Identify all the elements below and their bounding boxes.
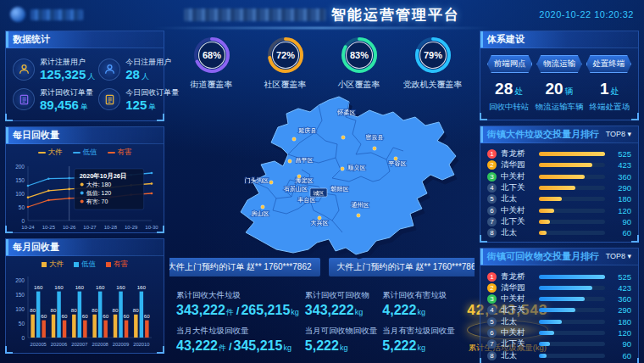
system-tab[interactable]: 物流运输 bbox=[536, 55, 581, 73]
district-label: 房山区 bbox=[252, 210, 269, 216]
legend-item: 低值 bbox=[73, 148, 97, 158]
district-label: 门头沟区 bbox=[245, 177, 269, 184]
svg-text:202009: 202009 bbox=[113, 342, 129, 347]
svg-text:0: 0 bbox=[21, 218, 25, 224]
system-stat: 1处 终端处置场 bbox=[585, 80, 635, 113]
svg-text:150: 150 bbox=[15, 177, 25, 183]
rank-value: 525 bbox=[609, 149, 631, 159]
coverage-gauge: 72% 社区覆盖率 bbox=[248, 36, 322, 90]
rank-value: 423 bbox=[609, 283, 631, 293]
datetime-display: 2020-10-22 10:20:32 bbox=[539, 9, 634, 20]
coverage-gauge: 68% 街道覆盖率 bbox=[175, 36, 248, 90]
svg-text:160: 160 bbox=[34, 284, 43, 290]
gauge-label: 街道覆盖率 bbox=[175, 79, 248, 91]
order-icon bbox=[19, 94, 30, 105]
ranking-row: 5 北太 180 bbox=[487, 316, 631, 327]
district-label: 石景山区 bbox=[284, 186, 308, 193]
ranking-row: 1 青龙桥 525 bbox=[487, 271, 631, 282]
left-column: 数据统计 累计注册用户 125,325人 今日注册用户 28人 累计回收订单量 … bbox=[5, 31, 164, 363]
district-label: 平谷区 bbox=[389, 160, 407, 167]
svg-text:202008: 202008 bbox=[92, 342, 108, 347]
ranking-list-bulky: 1 青龙桥 525 2 清华园 423 3 中关村 360 4 北下关 bbox=[480, 143, 638, 242]
beijing-districts-map[interactable]: 延庆县怀柔区密云县昌平区顺义区平谷区门头沟区海淀区石景山区朝阳区丰台区通州区房山… bbox=[237, 92, 462, 257]
stat-value: 89,456单 bbox=[40, 98, 93, 113]
rank-badge: 7 bbox=[487, 217, 497, 226]
site-dot bbox=[357, 214, 360, 217]
legend-item: 大件 bbox=[38, 148, 63, 158]
summary-cell: 累计回收可回收物343,222kg bbox=[305, 290, 378, 319]
rank-badge: 5 bbox=[487, 194, 497, 204]
rank-name: 北下关 bbox=[501, 216, 535, 227]
panel-title-daily: 每日回收量 bbox=[6, 127, 164, 144]
ranking-row: 3 中关村 360 bbox=[487, 293, 631, 304]
ranking-row: 3 中关村 360 bbox=[487, 171, 631, 182]
legend-item: 有害 bbox=[108, 148, 132, 158]
svg-text:大件: 180: 大件: 180 bbox=[86, 182, 112, 188]
site-dot bbox=[318, 216, 321, 220]
svg-text:100: 100 bbox=[15, 306, 25, 312]
svg-text:80: 80 bbox=[71, 307, 77, 313]
svg-text:68%: 68% bbox=[202, 50, 220, 60]
svg-text:10-27: 10-27 bbox=[83, 225, 97, 230]
top8-dropdown[interactable]: TOP8 ▾ bbox=[606, 249, 631, 265]
rank-name: 中关村 bbox=[501, 171, 535, 182]
svg-text:160: 160 bbox=[54, 284, 64, 290]
svg-text:60: 60 bbox=[144, 313, 150, 319]
rank-name: 北下关 bbox=[501, 338, 535, 349]
svg-text:60: 60 bbox=[124, 313, 130, 319]
svg-text:79%: 79% bbox=[423, 50, 441, 60]
chart-tooltip: 2020年10月26日 大件: 180 低值: 120 有害: 70 bbox=[75, 169, 144, 209]
bulky-waste-ranking-panel: 街镇大件垃圾交投量月排行 TOP8 ▾ 1 青龙桥 525 2 清华园 423 … bbox=[480, 126, 639, 243]
rank-badge: 8 bbox=[487, 228, 497, 237]
ranking-row: 6 中关村 120 bbox=[487, 204, 631, 215]
rank-bar bbox=[539, 152, 605, 156]
svg-text:低值: 120: 低值: 120 bbox=[86, 190, 112, 196]
system-tabs: 前端网点物流运输处置终端 bbox=[480, 48, 638, 76]
svg-text:60: 60 bbox=[41, 313, 47, 319]
rank-bar bbox=[539, 297, 605, 301]
svg-text:160: 160 bbox=[75, 284, 85, 290]
data-stats-panel: 数据统计 累计注册用户 125,325人 今日注册用户 28人 累计回收订单量 … bbox=[5, 31, 164, 121]
district-label: 密云县 bbox=[366, 134, 384, 140]
rank-badge: 3 bbox=[487, 172, 497, 182]
svg-text:10-25: 10-25 bbox=[42, 225, 56, 230]
coverage-gauges: 68% 街道覆盖率 72% 社区覆盖率 83% 小区覆盖率 79% 党政机关覆盖… bbox=[169, 31, 475, 90]
city-core-label: 城区 bbox=[314, 190, 325, 196]
stat-value: 28人 bbox=[125, 68, 171, 82]
recyclable-ranking-panel: 街镇可回收物交投量月排行 TOP8 ▾ 1 青龙桥 525 2 清华园 423 … bbox=[480, 248, 639, 363]
rank-name: 北太 bbox=[501, 193, 535, 204]
ticker-item: 大件上门预约的订单 赵** 1760***7862 bbox=[169, 258, 320, 276]
svg-text:60: 60 bbox=[82, 313, 88, 319]
svg-text:200: 200 bbox=[15, 277, 25, 283]
district-label: 朝阳区 bbox=[330, 186, 349, 193]
system-tab[interactable]: 前端网点 bbox=[487, 55, 532, 73]
site-dot bbox=[261, 205, 264, 209]
top-header: 智能运营管理平台 2020-10-22 10:20:32 bbox=[0, 0, 644, 29]
rank-badge: 2 bbox=[487, 160, 497, 170]
rank-name: 中关村 bbox=[501, 327, 535, 338]
rank-bar bbox=[539, 354, 605, 358]
rank-bar bbox=[539, 231, 605, 235]
district-label: 丰台区 bbox=[298, 197, 316, 204]
ranking-row: 2 清华园 423 bbox=[487, 159, 631, 170]
daily-line-chart: 050100150200 10-2410-2510-2610-2710-2810… bbox=[6, 158, 164, 232]
beijing-map[interactable]: 延庆县怀柔区密云县昌平区顺义区平谷区门头沟区海淀区石景山区朝阳区丰台区通州区房山… bbox=[169, 95, 475, 253]
rank-badge: 1 bbox=[487, 272, 497, 282]
svg-text:10-24: 10-24 bbox=[21, 225, 35, 230]
panel-title-system: 体系建设 bbox=[480, 31, 638, 48]
monthly-chart-legend: 大件低值有害 bbox=[6, 256, 164, 270]
rank-value: 60 bbox=[609, 351, 631, 360]
svg-text:83%: 83% bbox=[349, 50, 368, 60]
rank-name: 北下关 bbox=[501, 182, 535, 193]
site-dot bbox=[288, 159, 291, 163]
top8-dropdown[interactable]: TOP8 ▾ bbox=[606, 126, 631, 142]
rank-value: 120 bbox=[609, 206, 631, 215]
summary-stats: 累计回收大件垃圾343,222件/265,215kg累计回收可回收物343,22… bbox=[169, 282, 475, 354]
ranking-row: 7 北下关 90 bbox=[487, 216, 631, 227]
summary-cell: 累计回收有害垃圾4,222kg bbox=[382, 290, 455, 319]
ranking-list-recyclable: 1 青龙桥 525 2 清华园 423 3 中关村 360 4 北下关 bbox=[480, 265, 638, 363]
rank-badge: 4 bbox=[487, 183, 497, 193]
rank-badge: 6 bbox=[487, 328, 497, 338]
svg-text:202006: 202006 bbox=[51, 342, 67, 347]
system-tab[interactable]: 处置终端 bbox=[586, 55, 631, 73]
